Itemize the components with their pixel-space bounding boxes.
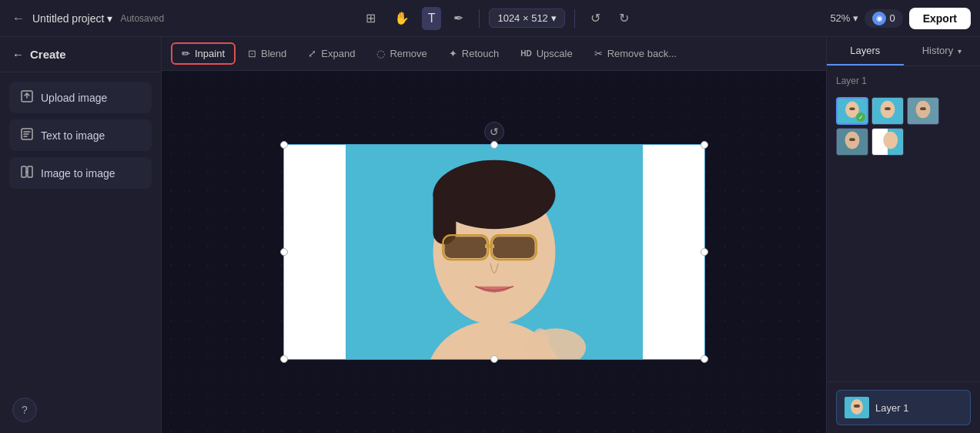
layer-entry-thumb	[845, 397, 869, 418]
header-left: ← Untitled project ▾ Autosaved	[9, 8, 164, 29]
layer-bottom-row: Layer 1	[827, 381, 980, 433]
text-tool-button[interactable]: T	[422, 7, 442, 30]
canvas-area[interactable]: ↺	[162, 71, 826, 433]
sidebar-items: Upload image Text to image	[0, 72, 161, 198]
redo-button[interactable]: ↻	[613, 6, 635, 30]
refresh-handle[interactable]: ↺	[484, 122, 504, 142]
blend-label: Blend	[261, 48, 286, 59]
export-button[interactable]: Export	[909, 8, 971, 29]
blend-icon: ⊡	[248, 48, 256, 59]
help-icon: ?	[22, 404, 28, 416]
svg-point-15	[530, 328, 549, 359]
layer-thumb-1-checkmark: ✓	[856, 112, 865, 122]
tab-history[interactable]: History ▾	[904, 37, 981, 65]
svg-rect-10	[493, 237, 535, 258]
sidebar-item-image-to-image[interactable]: Image to image	[9, 157, 152, 189]
create-header: ← Create	[0, 37, 161, 72]
handle-bottom-right[interactable]	[701, 355, 708, 363]
layer-thumbnails: ✓	[836, 97, 971, 156]
retouch-icon: ✦	[449, 48, 457, 59]
face-svg	[346, 145, 643, 359]
pen-tool-button[interactable]: ✒	[447, 6, 470, 30]
retouch-label: Retouch	[462, 48, 499, 59]
remove-button[interactable]: ◌ Remove	[367, 44, 436, 63]
expand-button[interactable]: ⤢ Expand	[299, 44, 364, 63]
project-name-label: Untitled project	[32, 12, 104, 25]
expand-icon: ⤢	[308, 48, 316, 59]
handle-middle-left[interactable]	[280, 248, 288, 256]
expand-label: Expand	[321, 48, 355, 59]
canvas-container: ↺	[283, 144, 705, 360]
upscale-label: Upscale	[537, 48, 573, 59]
handle-middle-right[interactable]	[701, 248, 708, 256]
handle-bottom-center[interactable]	[490, 355, 498, 363]
sidebar-item-upload-image[interactable]: Upload image	[9, 82, 152, 113]
undo-button[interactable]: ↺	[584, 6, 607, 30]
svg-rect-3	[28, 166, 32, 177]
remove-back-icon: ✂	[594, 48, 603, 59]
tab-history-label: History	[922, 45, 953, 56]
right-sidebar: Layers History ▾ Layer 1 ✓	[826, 37, 980, 433]
layer-thumb-1[interactable]: ✓	[836, 97, 868, 125]
text-to-image-label: Text to image	[41, 129, 105, 142]
upscale-button[interactable]: HD Upscale	[511, 44, 581, 63]
tab-layers[interactable]: Layers	[827, 37, 904, 65]
refresh-icon: ↺	[490, 126, 499, 138]
text-to-image-icon	[21, 128, 33, 143]
handle-top-right[interactable]	[701, 141, 708, 149]
canvas-size-chevron: ▾	[551, 12, 557, 24]
handle-top-left[interactable]	[280, 141, 288, 149]
remove-back-button[interactable]: ✂ Remove back...	[585, 44, 686, 63]
white-strip-left	[284, 145, 346, 359]
zoom-selector[interactable]: 52% ▾	[830, 12, 858, 24]
toolbar-separator-2	[574, 9, 575, 28]
layer-group-label: Layer 1	[836, 76, 971, 86]
svg-rect-24	[920, 107, 926, 110]
credits-badge: ◉ 0	[865, 9, 902, 28]
right-tabs: Layers History ▾	[827, 37, 980, 66]
header-center: ⊞ ✋ T ✒ 1024 × 512 ▾ ↺ ↻	[170, 6, 824, 30]
canvas-image	[284, 145, 704, 359]
zoom-chevron: ▾	[853, 12, 858, 24]
layers-content: Layer 1 ✓	[827, 66, 980, 381]
svg-rect-27	[849, 138, 855, 141]
canvas-size-label: 1024 × 512	[497, 12, 547, 24]
layer-entry-1[interactable]: Layer 1	[836, 390, 971, 425]
inpaint-button[interactable]: ✏ Inpaint	[171, 42, 236, 65]
upload-image-icon	[21, 90, 33, 105]
layer-thumb-2[interactable]	[871, 97, 904, 125]
tab-layers-label: Layers	[850, 45, 880, 56]
svg-rect-9	[444, 237, 487, 258]
sidebar-bottom: ?	[0, 387, 161, 433]
layer-thumb-4[interactable]	[836, 128, 868, 156]
sidebar-item-text-to-image[interactable]: Text to image	[9, 119, 152, 151]
project-name-button[interactable]: Untitled project ▾	[32, 12, 112, 25]
layer-thumb-5[interactable]	[871, 128, 904, 156]
upscale-icon: HD	[520, 49, 531, 58]
handle-top-center[interactable]	[490, 141, 498, 149]
toolbar-separator-1	[479, 9, 480, 28]
image-to-image-label: Image to image	[41, 167, 115, 180]
left-sidebar: ← Create Upload image	[0, 37, 162, 433]
svg-rect-11	[485, 244, 494, 248]
handle-bottom-left[interactable]	[280, 355, 288, 363]
svg-point-30	[883, 132, 898, 149]
canvas-image-wrapper[interactable]: ↺	[283, 144, 705, 360]
blend-button[interactable]: ⊡ Blend	[239, 44, 296, 63]
canvas-size-selector[interactable]: 1024 × 512 ▾	[489, 8, 564, 28]
inpaint-label: Inpaint	[195, 48, 225, 59]
svg-rect-18	[849, 108, 855, 111]
back-button[interactable]: ←	[9, 8, 28, 29]
tab-chevron: ▾	[958, 47, 962, 55]
svg-rect-33	[854, 404, 860, 408]
create-label: Create	[30, 48, 66, 61]
frame-tool-button[interactable]: ⊞	[360, 6, 382, 30]
remove-back-label: Remove back...	[607, 48, 677, 59]
move-tool-button[interactable]: ✋	[388, 6, 416, 30]
layer-thumb-3[interactable]	[907, 97, 939, 125]
zoom-label: 52%	[830, 12, 850, 24]
svg-rect-21	[885, 107, 891, 110]
face-image-area	[346, 145, 643, 359]
help-button[interactable]: ?	[12, 398, 37, 422]
retouch-button[interactable]: ✦ Retouch	[440, 44, 508, 63]
